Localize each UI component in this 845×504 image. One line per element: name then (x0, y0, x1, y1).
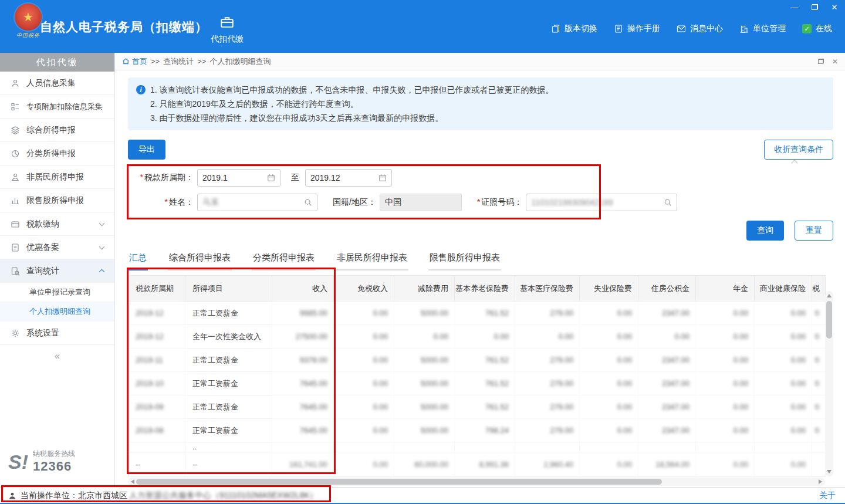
sidebar-collapse-button[interactable]: « (0, 345, 114, 367)
tab-summary[interactable]: 汇总 (128, 249, 148, 270)
period-to-input[interactable]: 2019.12 (305, 169, 392, 187)
action-row: 查询 重置 (128, 221, 833, 241)
breadcrumb-home-link[interactable]: 首页 (122, 56, 147, 67)
minimize-button[interactable]: — (790, 3, 799, 11)
hotline-number: 12366 (33, 459, 75, 474)
sidebar-item-nonresident-income[interactable]: 非居民所得申报 (0, 165, 114, 189)
table-cell: 2019-11 (129, 349, 185, 372)
horizontal-scrollbar[interactable] (128, 478, 825, 486)
layers-icon (11, 126, 20, 135)
table-cell: 0.00 (580, 452, 638, 477)
restore-button[interactable] (810, 3, 819, 11)
sidebar-item-comprehensive-income[interactable]: 综合所得申报 (0, 119, 114, 142)
vertical-scroll-thumb[interactable] (826, 301, 832, 339)
top-nav: 版本切换 操作手册 消息中心 单位管理 ✓ (551, 23, 832, 34)
table-row[interactable]: 2019-11正常工资薪金9378.000.005000.00761.52279… (129, 349, 826, 372)
column-header: 收入 (272, 276, 334, 302)
table-row[interactable]: 2019-09正常工资薪金7645.000.005000.00761.52279… (129, 395, 826, 419)
table-cell: 0.00 (696, 325, 755, 349)
sidebar-item-preference-record[interactable]: 优惠备案 (0, 236, 114, 259)
table-cell (455, 442, 515, 452)
period-from-input[interactable]: 2019.1 (197, 169, 280, 187)
tab-classified[interactable]: 分类所得申报表 (252, 249, 316, 270)
person-row: *姓名： 马某 国籍/地区： 中国 *证照号码： 110102199309042… (128, 194, 833, 211)
scroll-up-icon[interactable] (827, 294, 832, 297)
calendar-icon[interactable] (267, 174, 275, 182)
table-cell: 0.00 (580, 395, 638, 419)
table-row[interactable]: .. (129, 442, 826, 452)
search-button[interactable]: 查询 (746, 221, 784, 241)
nav-version-switch[interactable]: 版本切换 (551, 23, 597, 34)
search-icon[interactable] (664, 198, 672, 207)
table-cell: 0 (812, 419, 826, 442)
table-cell: 5000.00 (394, 419, 455, 442)
table-cell: 0 (812, 325, 826, 349)
table-cell: -- (129, 452, 185, 477)
tab-restricted[interactable]: 限售股所得申报表 (428, 249, 501, 270)
hotline: S! 纳税服务热线 12366 (0, 449, 115, 474)
horizontal-scroll-thumb[interactable] (136, 479, 662, 485)
table-cell: 8,991.36 (455, 452, 515, 477)
table-cell (129, 442, 185, 452)
panel-close-icon[interactable]: ✕ (832, 57, 838, 66)
nationality-input[interactable]: 中国 (380, 194, 462, 211)
nav-online-status[interactable]: ✓ 在线 (802, 23, 832, 34)
table-cell: 0.00 (755, 419, 812, 442)
table-cell (334, 442, 394, 452)
close-button[interactable]: ✕ (830, 3, 839, 11)
table-cell: 60,000.00 (394, 452, 455, 477)
nav-org-management[interactable]: 单位管理 (739, 23, 786, 34)
panel-restore-icon[interactable] (818, 59, 824, 64)
table-row[interactable]: 2019-10正常工资薪金7645.000.005000.00761.52279… (129, 372, 826, 395)
tab-nonresident[interactable]: 非居民所得申报表 (336, 249, 408, 270)
caret-up-icon (791, 160, 797, 166)
sidebar-item-tax-payment[interactable]: 税款缴纳 (0, 212, 114, 236)
vertical-scrollbar[interactable] (825, 291, 833, 476)
table-cell: 2019-10 (129, 372, 185, 395)
scroll-right-icon[interactable] (819, 479, 822, 484)
breadcrumb-separator: >> (151, 57, 160, 66)
sidebar-item-query-statistics[interactable]: 查询统计 (0, 259, 114, 283)
table-row[interactable]: 2019-12正常工资薪金9985.000.005000.00761.52279… (129, 302, 826, 325)
content-area: i 1. 该查询统计表仅能查询已申报成功的数据，不包含未申报、申报失败，已申报但… (115, 70, 845, 487)
gear-icon (11, 329, 20, 338)
sidebar-subitem-personal-withholding-query[interactable]: 个人扣缴明细查询 (0, 302, 114, 322)
table-cell: 2019-12 (129, 325, 185, 349)
table-total-row[interactable]: ----161,741.000.0060,000.008,991.362,960… (129, 452, 826, 477)
sidebar-subitem-unit-declare-query[interactable]: 单位申报记录查询 (0, 283, 114, 302)
sidebar-item-system-settings[interactable]: 系统设置 (0, 322, 114, 345)
online-icon: ✓ (802, 24, 812, 33)
search-icon[interactable] (304, 198, 312, 207)
manual-icon (614, 24, 623, 33)
tab-comprehensive[interactable]: 综合所得申报表 (168, 249, 232, 270)
table-cell: 0.00 (580, 349, 638, 372)
notice-line-3: 3. 由于数据处理的滞后性，建议您在申报成功3天之后再来查询最新的申报数据。 (136, 111, 824, 125)
table-cell: 正常工资薪金 (185, 395, 272, 419)
sidebar-item-restricted-shares[interactable]: 限售股所得申报 (0, 189, 114, 212)
table-cell: 0.00 (755, 325, 812, 349)
about-link[interactable]: 关于 (819, 491, 836, 501)
reset-button[interactable]: 重置 (795, 221, 833, 241)
name-input[interactable]: 马某 (197, 194, 317, 211)
nav-message-center[interactable]: 消息中心 (677, 23, 723, 34)
sidebar-item-classified-income[interactable]: 分类所得申报 (0, 142, 114, 165)
export-button[interactable]: 导出 (128, 140, 165, 160)
table-cell: 0.00 (696, 349, 755, 372)
table-row[interactable]: 2019-12全年一次性奖金收入27500.000.000.000.000.00… (129, 325, 826, 349)
calendar-icon[interactable] (378, 174, 387, 182)
id-number-input[interactable]: 110102199309042189 (526, 194, 677, 211)
table-row[interactable]: 2019-08正常工资薪金7645.000.005000.00798.24279… (129, 419, 826, 442)
table-cell (515, 442, 580, 452)
home-icon (122, 57, 130, 65)
hotline-phone-icon: S! (8, 452, 28, 472)
sidebar-item-special-deduction[interactable]: 专项附加扣除信息采集 (0, 95, 114, 119)
scroll-down-icon[interactable] (827, 470, 832, 473)
nav-manual[interactable]: 操作手册 (614, 23, 660, 34)
table-cell: 正常工资薪金 (185, 302, 272, 325)
table-cell: 0.00 (696, 302, 755, 325)
sidebar-item-personnel-info[interactable]: 人员信息采集 (0, 72, 114, 95)
module-tab-withholding[interactable]: 代扣代缴 (202, 8, 252, 50)
collapse-query-button[interactable]: 收折查询条件 (764, 140, 833, 160)
version-switch-icon (551, 24, 560, 33)
scroll-left-icon[interactable] (131, 479, 134, 484)
